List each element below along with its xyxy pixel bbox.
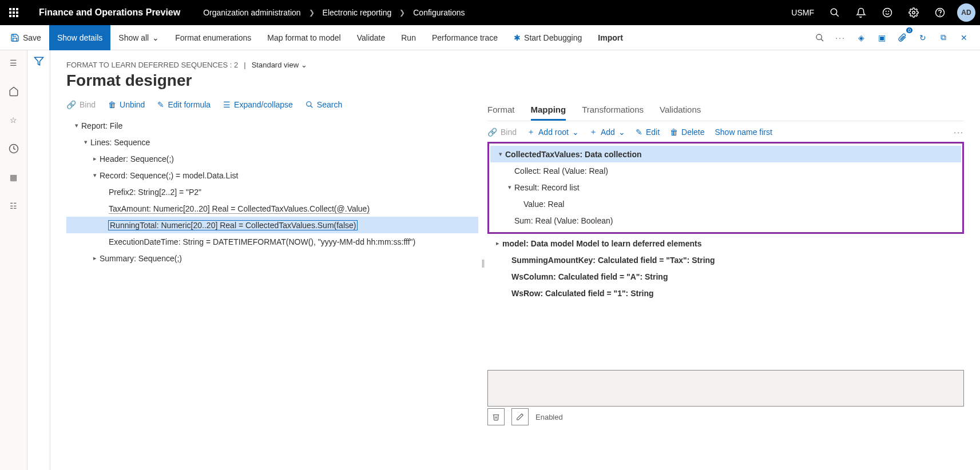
tree-node[interactable]: TaxAmount: Numeric[20..20] Real = Collec…: [66, 200, 478, 217]
hamburger-icon[interactable]: ☰: [5, 54, 23, 72]
caret-down-icon[interactable]: ▾: [90, 172, 100, 179]
add-root-action[interactable]: ＋ Add root ⌄: [527, 127, 579, 137]
tree-node-selected[interactable]: ▾CollectedTaxValues: Data collection: [490, 146, 961, 162]
add-action[interactable]: ＋ Add ⌄: [589, 127, 625, 137]
format-enumerations-button[interactable]: Format enumerations: [167, 25, 259, 50]
map-format-button[interactable]: Map format to model: [259, 25, 348, 50]
debug-icon: ✱: [514, 33, 521, 42]
gear-icon[interactable]: [901, 0, 926, 25]
app-launcher-icon[interactable]: [0, 0, 27, 25]
caret-right-icon[interactable]: ▸: [90, 155, 100, 162]
mapping-tree: ▾CollectedTaxValues: Data collection Col…: [487, 142, 964, 301]
tree-node[interactable]: ▾Lines: Sequence: [66, 134, 478, 150]
tab-validations[interactable]: Validations: [660, 100, 701, 121]
delete-action[interactable]: 🗑 Delete: [670, 128, 704, 137]
tab-mapping[interactable]: Mapping: [531, 100, 566, 121]
clock-icon[interactable]: [5, 140, 23, 158]
start-debugging-button[interactable]: ✱ Start Debugging: [506, 25, 590, 50]
search-icon[interactable]: [811, 29, 829, 47]
caret-down-icon[interactable]: ▾: [72, 122, 81, 129]
caret-down-icon[interactable]: ▾: [505, 184, 514, 191]
view-selector[interactable]: Standard view ⌄: [252, 61, 307, 69]
svg-point-3: [886, 11, 886, 11]
performance-trace-button[interactable]: Performance trace: [424, 25, 506, 50]
company-label[interactable]: USMF: [784, 8, 821, 17]
list-icon[interactable]: ☷: [5, 197, 23, 215]
help-icon[interactable]: [927, 0, 953, 25]
star-icon[interactable]: ☆: [5, 111, 23, 129]
bind-action: 🔗 Bind: [66, 100, 96, 109]
svg-line-13: [311, 106, 313, 108]
mapping-pane: Format Mapping Transformations Validatio…: [487, 100, 964, 425]
refresh-icon[interactable]: ↻: [914, 29, 932, 47]
breadcrumb-item[interactable]: Configurations: [413, 8, 465, 17]
splitter[interactable]: ‖: [482, 100, 484, 425]
chevron-down-icon: ⌄: [618, 128, 625, 137]
command-bar: Save Show details Show all ⌄ Format enum…: [0, 25, 980, 50]
workspace-icon[interactable]: ▦: [5, 168, 23, 186]
save-button[interactable]: Save: [2, 25, 49, 50]
edit-action[interactable]: ✎ Edit: [636, 128, 660, 137]
avatar[interactable]: AD: [957, 3, 975, 22]
caret-down-icon[interactable]: ▾: [81, 138, 90, 146]
filter-icon[interactable]: [34, 56, 44, 470]
svg-line-1: [836, 14, 839, 17]
show-details-label: Show details: [57, 33, 102, 42]
office-icon[interactable]: ▣: [872, 29, 891, 47]
tab-format[interactable]: Format: [487, 100, 515, 121]
caret-right-icon[interactable]: ▸: [90, 254, 100, 262]
edit-button[interactable]: [511, 408, 529, 425]
highlighted-datasource-group: ▾CollectedTaxValues: Data collection Col…: [487, 142, 964, 234]
diamond-icon[interactable]: ◈: [852, 29, 870, 47]
expand-collapse-action[interactable]: ☰ Expand/collapse: [223, 100, 293, 109]
more-icon[interactable]: ···: [831, 29, 850, 47]
delete-button[interactable]: [487, 408, 505, 425]
search-action[interactable]: Search: [305, 100, 342, 109]
tree-node[interactable]: Collect: Real (Value: Real): [490, 162, 961, 179]
two-pane: 🔗 Bind 🗑 Unbind ✎ Edit formula ☰ Expand/…: [66, 100, 964, 425]
validate-button[interactable]: Validate: [349, 25, 394, 50]
close-icon[interactable]: ✕: [955, 29, 973, 47]
breadcrumb-item[interactable]: Organization administration: [203, 8, 300, 17]
import-button[interactable]: Import: [590, 25, 631, 50]
tree-node[interactable]: ▸Summary: Sequence(;): [66, 250, 478, 266]
search-icon[interactable]: [822, 0, 847, 25]
run-button[interactable]: Run: [393, 25, 424, 50]
chevron-down-icon: ⌄: [301, 61, 307, 69]
tree-node[interactable]: ▾Result: Record list: [490, 179, 961, 196]
tree-node[interactable]: Sum: Real (Value: Boolean): [490, 212, 961, 229]
home-icon[interactable]: [5, 82, 23, 101]
tree-node[interactable]: ▾Report: File: [66, 117, 478, 134]
caret-down-icon[interactable]: ▾: [496, 150, 505, 158]
unbind-action[interactable]: 🗑 Unbind: [108, 100, 145, 109]
popout-icon[interactable]: ⧉: [934, 29, 953, 47]
app-title: Finance and Operations Preview: [27, 7, 192, 18]
chevron-down-icon: ⌄: [572, 128, 579, 137]
edit-formula-action[interactable]: ✎ Edit formula: [157, 100, 211, 109]
breadcrumb-item[interactable]: Electronic reporting: [323, 8, 392, 17]
more-icon[interactable]: ···: [954, 128, 964, 137]
tree-node[interactable]: Prefix2: String[2..2] = "P2": [66, 184, 478, 200]
tree-node[interactable]: SummingAmountKey: Calculated field = "Ta…: [487, 252, 964, 268]
format-tree: ▾Report: File ▾Lines: Sequence ▸Header: …: [66, 117, 478, 266]
caret-right-icon[interactable]: ▸: [493, 240, 502, 247]
show-name-first-action[interactable]: Show name first: [715, 128, 772, 137]
show-all-button[interactable]: Show all ⌄: [110, 25, 167, 50]
formula-textarea[interactable]: [487, 370, 964, 407]
tab-transformations[interactable]: Transformations: [582, 100, 644, 121]
attachments-icon[interactable]: [893, 29, 911, 47]
bell-icon[interactable]: [848, 0, 874, 25]
tree-node[interactable]: ▸Header: Sequence(;): [66, 150, 478, 167]
show-details-button[interactable]: Show details: [49, 25, 110, 50]
trash-icon: 🗑: [108, 100, 116, 109]
tree-node-selected[interactable]: RunningTotal: Numeric[20..20] Real = Col…: [66, 217, 478, 233]
svg-line-9: [821, 39, 823, 41]
tree-node[interactable]: WsRow: Calculated field = "1": String: [487, 285, 964, 301]
tree-node[interactable]: ▾Record: Sequence(;) = model.Data.List: [66, 167, 478, 184]
tree-node[interactable]: WsColumn: Calculated field = "A": String: [487, 268, 964, 285]
smile-icon[interactable]: [875, 0, 900, 25]
tree-node[interactable]: ▸model: Data model Model to learn deferr…: [487, 235, 964, 252]
tree-node[interactable]: Value: Real: [490, 196, 961, 212]
tree-node[interactable]: ExecutionDateTime: String = DATETIMEFORM…: [66, 233, 478, 250]
save-label: Save: [23, 33, 41, 42]
